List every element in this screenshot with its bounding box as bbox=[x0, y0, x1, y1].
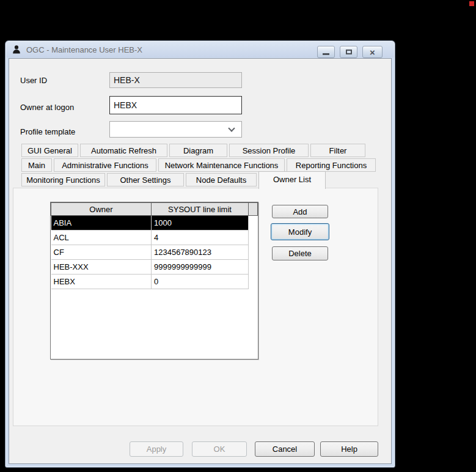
owner-cell: CF bbox=[51, 245, 152, 260]
owner-cell: HEB-XXX bbox=[51, 260, 152, 275]
help-button[interactable]: Help bbox=[320, 441, 378, 457]
table-row[interactable]: HEBX 0 bbox=[51, 275, 258, 289]
apply-button[interactable]: Apply bbox=[130, 441, 183, 457]
limit-cell: 1234567890123 bbox=[152, 245, 249, 260]
tab-network-maintenance-functions[interactable]: Network Maintenance Functions bbox=[158, 158, 285, 172]
modify-button[interactable]: Modify bbox=[271, 223, 329, 240]
owner-at-logon-field[interactable] bbox=[109, 96, 242, 114]
dialog-client-area: User ID Owner at logon Profile template … bbox=[9, 58, 392, 464]
filler-cell bbox=[249, 216, 258, 230]
red-marker-square bbox=[469, 1, 474, 6]
profile-template-dropdown[interactable] bbox=[109, 121, 242, 138]
table-row[interactable]: ACL 4 bbox=[51, 230, 258, 245]
tab-row-2: Main Administrative Functions Network Ma… bbox=[21, 158, 376, 172]
filler-cell bbox=[249, 275, 258, 289]
limit-cell: 9999999999999 bbox=[152, 260, 249, 275]
tab-row-1: GUI General Automatic Refresh Diagram Se… bbox=[21, 144, 365, 157]
owner-cell: HEBX bbox=[51, 275, 152, 289]
column-header-owner[interactable]: Owner bbox=[51, 203, 152, 216]
maximize-icon bbox=[346, 50, 352, 54]
owner-list-table[interactable]: Owner SYSOUT line limit ABIA 1000 bbox=[50, 202, 258, 360]
tab-row-3: Monitoring Functions Other Settings Node… bbox=[21, 173, 326, 189]
cancel-button[interactable]: Cancel bbox=[255, 441, 315, 457]
minimize-button[interactable] bbox=[317, 46, 335, 58]
ok-button[interactable]: OK bbox=[192, 441, 247, 457]
tab-session-profile[interactable]: Session Profile bbox=[229, 144, 309, 157]
screen-background: OGC - Maintenance User HEB-X × User ID O… bbox=[0, 0, 476, 472]
tab-main[interactable]: Main bbox=[21, 158, 52, 172]
minimize-icon bbox=[323, 53, 329, 55]
close-icon: × bbox=[370, 48, 375, 57]
limit-cell: 0 bbox=[152, 275, 249, 289]
window-title: OGC - Maintenance User HEB-X bbox=[26, 45, 142, 54]
table-header-row: Owner SYSOUT line limit bbox=[51, 203, 258, 216]
caption-buttons: × bbox=[317, 46, 383, 58]
tab-administrative-functions[interactable]: Administrative Functions bbox=[54, 158, 156, 172]
tab-reporting-functions[interactable]: Reporting Functions bbox=[287, 158, 376, 172]
tab-automatic-refresh[interactable]: Automatic Refresh bbox=[80, 144, 167, 157]
chevron-down-icon bbox=[228, 125, 235, 131]
limit-cell: 1000 bbox=[152, 216, 249, 230]
tab-other-settings[interactable]: Other Settings bbox=[107, 173, 184, 186]
tab-diagram[interactable]: Diagram bbox=[169, 144, 227, 157]
maximize-button[interactable] bbox=[340, 46, 357, 58]
delete-button[interactable]: Delete bbox=[272, 246, 328, 260]
add-button[interactable]: Add bbox=[272, 205, 328, 218]
owner-cell: ABIA bbox=[51, 216, 152, 230]
filler-cell bbox=[249, 260, 258, 275]
user-id-label: User ID bbox=[20, 76, 47, 85]
owner-list-panel: Owner SYSOUT line limit ABIA 1000 bbox=[13, 188, 378, 426]
tab-node-defaults[interactable]: Node Defaults bbox=[186, 173, 257, 186]
titlebar[interactable]: OGC - Maintenance User HEB-X × bbox=[5, 41, 395, 58]
user-silhouette-icon bbox=[12, 45, 21, 54]
settings-tabstrip: GUI General Automatic Refresh Diagram Se… bbox=[21, 144, 388, 186]
tab-monitoring-functions[interactable]: Monitoring Functions bbox=[21, 173, 105, 186]
tab-gui-general[interactable]: GUI General bbox=[21, 144, 78, 157]
close-button[interactable]: × bbox=[362, 46, 383, 58]
tab-filter[interactable]: Filter bbox=[310, 144, 365, 157]
filler-cell bbox=[249, 245, 258, 260]
filler-cell bbox=[249, 230, 258, 245]
limit-cell: 4 bbox=[152, 230, 249, 245]
table-row[interactable]: ABIA 1000 bbox=[51, 216, 258, 230]
profile-template-label: Profile template bbox=[20, 127, 75, 136]
user-id-field[interactable] bbox=[109, 72, 242, 88]
table-row[interactable]: CF 1234567890123 bbox=[51, 245, 258, 260]
tab-owner-list[interactable]: Owner List bbox=[258, 171, 326, 189]
owner-at-logon-label: Owner at logon bbox=[20, 103, 74, 112]
maintenance-user-dialog: OGC - Maintenance User HEB-X × User ID O… bbox=[5, 40, 395, 468]
table-row[interactable]: HEB-XXX 9999999999999 bbox=[51, 260, 258, 275]
column-header-sysout-line-limit[interactable]: SYSOUT line limit bbox=[152, 203, 249, 216]
owner-cell: ACL bbox=[51, 230, 152, 245]
column-header-filler bbox=[249, 203, 258, 216]
